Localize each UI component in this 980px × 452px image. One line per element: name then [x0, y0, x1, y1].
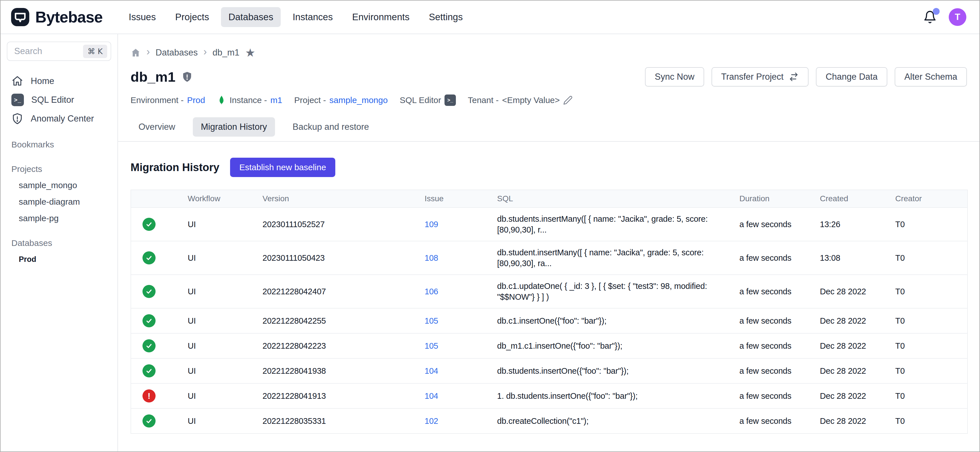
chevron-right-icon: › — [146, 47, 150, 59]
cell-sql: db.c1.insertOne({"foo": "bar"}); — [497, 308, 740, 333]
sidebar-item-home[interactable]: Home — [7, 72, 111, 91]
cell-sql: db.students.insertOne({"foo": "bar"}); — [497, 358, 740, 383]
nav-item-instances[interactable]: Instances — [285, 7, 340, 27]
table-row[interactable]: UI 20221228041938 104 db.students.insert… — [131, 358, 967, 383]
search-input[interactable] — [14, 46, 83, 56]
nav-item-projects[interactable]: Projects — [168, 7, 216, 27]
tab-backup-and-restore[interactable]: Backup and restore — [285, 117, 377, 137]
chevron-right-icon: › — [203, 47, 207, 59]
issue-link[interactable]: 105 — [425, 316, 438, 325]
sidebar-menu: Home >_ SQL Editor Anomaly Center — [7, 72, 111, 128]
environment-link[interactable]: Prod — [187, 95, 205, 105]
edit-pencil-icon[interactable] — [563, 95, 573, 105]
sidebar-item-sample-mongo[interactable]: sample_mongo — [7, 177, 111, 193]
page-title: db_m1 — [130, 69, 175, 85]
sidebar-item-prod[interactable]: Prod — [7, 251, 111, 268]
establish-baseline-button[interactable]: Establish new baseline — [230, 158, 335, 177]
cell-creator: T0 — [895, 409, 967, 433]
cell-created: Dec 28 2022 — [820, 358, 895, 383]
nav-item-issues[interactable]: Issues — [121, 7, 163, 27]
cell-workflow: UI — [188, 308, 262, 333]
table-row[interactable]: UI 20221228042255 105 db.c1.insertOne({"… — [131, 308, 967, 333]
issue-link[interactable]: 109 — [425, 220, 438, 229]
home-icon[interactable] — [130, 48, 141, 58]
transfer-project-label: Transfer Project — [721, 72, 783, 82]
notification-bell-icon[interactable] — [923, 10, 937, 24]
nav-item-settings[interactable]: Settings — [422, 7, 470, 27]
col-sql: SQL — [497, 190, 740, 208]
change-data-button[interactable]: Change Data — [816, 67, 887, 86]
col-duration: Duration — [740, 190, 820, 208]
avatar[interactable]: T — [949, 8, 966, 26]
sidebar-item-sql-editor[interactable]: >_ SQL Editor — [7, 91, 111, 109]
environment-label: Environment - — [130, 95, 184, 105]
cell-version: 20221228041913 — [262, 383, 425, 409]
app-window: Bytebase Issues Projects Databases Insta… — [0, 0, 980, 452]
nav-item-databases[interactable]: Databases — [221, 7, 281, 27]
table-row[interactable]: UI 20230111052527 109 db.students.insert… — [131, 208, 967, 241]
col-created: Created — [820, 190, 895, 208]
cell-version: 20221228042255 — [262, 308, 425, 333]
cell-workflow: UI — [188, 333, 262, 358]
transfer-project-button[interactable]: Transfer Project — [711, 67, 808, 86]
brand[interactable]: Bytebase — [11, 8, 103, 27]
table-row[interactable]: UI 20230111050423 108 db.student.insertM… — [131, 241, 967, 275]
cell-workflow: UI — [188, 383, 262, 409]
issue-link[interactable]: 108 — [425, 253, 438, 262]
instance-link[interactable]: m1 — [270, 95, 282, 105]
cell-created: Dec 28 2022 — [820, 333, 895, 358]
tenant-value: <Empty Value> — [502, 95, 560, 105]
sidebar-item-sample-pg[interactable]: sample-pg — [7, 210, 111, 227]
mongodb-leaf-icon — [217, 95, 226, 105]
table-row[interactable]: UI 20221228042407 106 db.c1.updateOne( {… — [131, 275, 967, 308]
home-icon — [11, 75, 23, 87]
page-actions: Sync Now Transfer Project Change Data Al… — [645, 67, 967, 86]
breadcrumb-db-m1[interactable]: db_m1 — [212, 48, 239, 58]
issue-link[interactable]: 104 — [425, 366, 438, 375]
sidebar: ⌘ K Home >_ SQL Editor Anomaly Center Bo… — [0, 34, 118, 452]
cell-workflow: UI — [188, 208, 262, 241]
issue-link[interactable]: 105 — [425, 341, 438, 350]
search-box[interactable]: ⌘ K — [7, 42, 111, 61]
cell-sql: 1. db.students.insertOne({"foo": "bar"})… — [497, 383, 740, 409]
cell-creator: T0 — [895, 358, 967, 383]
favorite-star-icon[interactable]: ★ — [245, 47, 255, 58]
sidebar-item-label: SQL Editor — [31, 95, 74, 105]
tab-bar: Overview Migration History Backup and re… — [118, 117, 980, 142]
alter-schema-button[interactable]: Alter Schema — [895, 67, 967, 86]
sql-editor-icon[interactable]: >_ — [444, 94, 456, 106]
cell-creator: T0 — [895, 333, 967, 358]
status-icon — [143, 218, 156, 231]
cell-created: Dec 28 2022 — [820, 275, 895, 308]
notification-dot — [933, 8, 940, 15]
issue-link[interactable]: 102 — [425, 417, 438, 425]
main-nav: Issues Projects Databases Instances Envi… — [121, 7, 470, 27]
shield-alert-icon — [11, 113, 23, 125]
tab-overview[interactable]: Overview — [130, 117, 183, 137]
cell-sql: db.student.insertMany([ { name: "Jacika"… — [497, 241, 740, 275]
table-row[interactable]: UI 20221228035331 102 db.createCollectio… — [131, 409, 967, 433]
cell-duration: a few seconds — [740, 275, 820, 308]
issue-link[interactable]: 106 — [425, 287, 438, 296]
sidebar-item-anomaly-center[interactable]: Anomaly Center — [7, 109, 111, 128]
tab-migration-history[interactable]: Migration History — [193, 117, 275, 137]
cell-workflow: UI — [188, 241, 262, 275]
table-row[interactable]: UI 20221228042223 105 db_m1.c1.insertOne… — [131, 333, 967, 358]
shield-alert-icon — [181, 71, 193, 83]
sidebar-item-sample-diagram[interactable]: sample-diagram — [7, 193, 111, 210]
cell-creator: T0 — [895, 275, 967, 308]
project-link[interactable]: sample_mongo — [329, 95, 388, 105]
issue-link[interactable]: 104 — [425, 391, 438, 401]
cell-duration: a few seconds — [740, 241, 820, 275]
table-row[interactable]: ! UI 20221228041913 104 1. db.students.i… — [131, 383, 967, 409]
status-icon — [143, 285, 156, 298]
migration-table-body: UI 20230111052527 109 db.students.insert… — [131, 208, 967, 433]
nav-item-environments[interactable]: Environments — [345, 7, 417, 27]
breadcrumb-databases[interactable]: Databases — [156, 48, 198, 58]
status-icon — [143, 339, 156, 352]
sync-now-button[interactable]: Sync Now — [645, 67, 704, 86]
cell-duration: a few seconds — [740, 333, 820, 358]
cell-version: 20230111050423 — [262, 241, 425, 275]
col-version: Version — [262, 190, 425, 208]
status-icon: ! — [143, 390, 156, 402]
